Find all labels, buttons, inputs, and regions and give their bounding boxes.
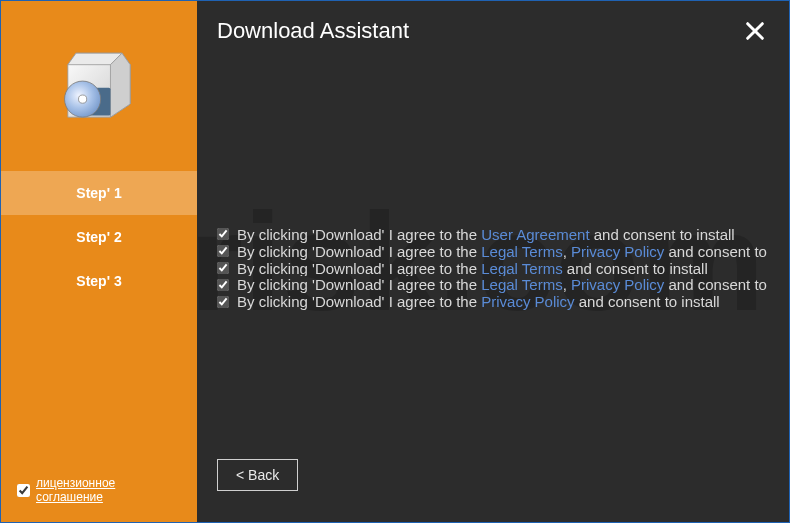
consent-text: By clicking 'Download' I agree to the Pr…	[237, 293, 720, 310]
license-link[interactable]: лицензионное соглашение	[36, 476, 185, 504]
consent-checkbox[interactable]	[217, 296, 229, 308]
consent-text: By clicking 'Download' I agree to the Le…	[237, 243, 767, 260]
consent-link[interactable]: User Agreement	[481, 226, 589, 243]
consent-checkbox[interactable]	[217, 245, 229, 257]
svg-point-5	[79, 95, 87, 103]
back-button[interactable]: < Back	[217, 459, 298, 491]
consent-list: By clicking 'Download' I agree to the Us…	[217, 226, 769, 310]
installer-box-icon	[58, 45, 140, 127]
page-title: Download Assistant	[217, 18, 409, 44]
close-button[interactable]	[741, 17, 769, 45]
step-label: Step' 2	[76, 229, 121, 245]
consent-checkbox[interactable]	[217, 279, 229, 291]
installer-icon-wrap	[1, 1, 197, 171]
consent-link[interactable]: Privacy Policy	[481, 293, 574, 310]
consent-row: By clicking 'Download' I agree to the Pr…	[217, 293, 769, 310]
footer: < Back	[217, 448, 769, 502]
step-2[interactable]: Step' 2	[1, 215, 197, 259]
installer-window: pcrisk.com	[0, 0, 790, 523]
consent-text: By clicking 'Download' I agree to the Us…	[237, 226, 735, 243]
consent-text: By clicking 'Download' I agree to the Le…	[237, 276, 767, 293]
svg-marker-2	[110, 53, 130, 117]
consent-row: By clicking 'Download' I agree to the Le…	[217, 276, 769, 293]
consent-row: By clicking 'Download' I agree to the Le…	[217, 243, 769, 260]
consent-link[interactable]: Legal Terms	[481, 276, 562, 293]
content-body: By clicking 'Download' I agree to the Us…	[217, 61, 769, 448]
step-label: Step' 1	[76, 185, 121, 201]
consent-checkbox[interactable]	[217, 262, 229, 274]
consent-row: By clicking 'Download' I agree to the Us…	[217, 226, 769, 243]
close-icon	[744, 20, 766, 42]
main-panel: Download Assistant By clicking 'Download…	[197, 1, 789, 522]
consent-checkbox[interactable]	[217, 228, 229, 240]
titlebar: Download Assistant	[217, 1, 769, 61]
consent-link[interactable]: Legal Terms	[481, 260, 562, 277]
consent-text: By clicking 'Download' I agree to the Le…	[237, 260, 708, 277]
consent-link[interactable]: Privacy Policy	[571, 276, 664, 293]
license-row: лицензионное соглашение	[1, 466, 197, 522]
consent-link[interactable]: Privacy Policy	[571, 243, 664, 260]
sidebar: Step' 1 Step' 2 Step' 3 лицензионное сог…	[1, 1, 197, 522]
license-checkbox[interactable]	[17, 484, 30, 497]
consent-link[interactable]: Legal Terms	[481, 243, 562, 260]
step-label: Step' 3	[76, 273, 121, 289]
step-list: Step' 1 Step' 2 Step' 3	[1, 171, 197, 303]
step-3[interactable]: Step' 3	[1, 259, 197, 303]
consent-row: By clicking 'Download' I agree to the Le…	[217, 260, 769, 277]
step-1[interactable]: Step' 1	[1, 171, 197, 215]
